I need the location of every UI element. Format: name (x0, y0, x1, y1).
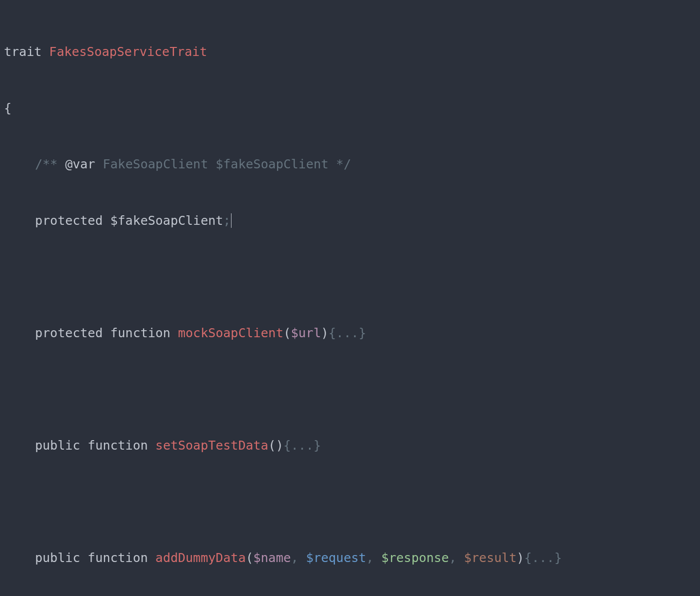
param: $request (306, 551, 366, 565)
modifier-public: public (35, 438, 88, 453)
folded-body[interactable]: {...} (284, 438, 321, 453)
paren-close: ) (321, 326, 328, 340)
paren-open: ( (284, 326, 291, 340)
keyword-function: function (88, 438, 155, 453)
paren-close: ) (276, 438, 284, 453)
text-cursor (231, 213, 232, 228)
code-editor-block[interactable]: trait FakesSoapServiceTrait { /** @var F… (4, 5, 696, 596)
code-line: /** @var FakeSoapClient $fakeSoapClient … (4, 155, 696, 174)
modifier-public: public (35, 551, 88, 565)
method-name: mockSoapClient (178, 326, 284, 340)
paren-open: ( (268, 438, 276, 453)
doc-comment-open: /** (35, 157, 65, 171)
open-brace: { (4, 101, 12, 115)
param: $name (254, 551, 291, 565)
trait-name: FakesSoapServiceTrait (49, 44, 207, 59)
doc-comment-close: */ (336, 157, 351, 171)
comma: , (366, 551, 381, 565)
blank-line (4, 380, 696, 399)
code-line: protected $fakeSoapClient; (4, 211, 696, 230)
keyword-function: function (88, 551, 155, 565)
modifier-protected: protected (35, 213, 110, 228)
param: $response (381, 551, 448, 565)
code-line: trait FakesSoapServiceTrait (4, 42, 696, 61)
comma: , (449, 551, 464, 565)
folded-body[interactable]: {...} (524, 551, 562, 565)
doc-tag: @var (65, 157, 102, 171)
doc-var: $fakeSoapClient (216, 157, 336, 171)
folded-body[interactable]: {...} (328, 326, 366, 340)
method-addDummyData: public function addDummyData($name, $req… (4, 549, 696, 568)
semicolon: ; (223, 213, 230, 228)
method-name: setSoapTestData (156, 438, 268, 453)
code-line: { (4, 99, 696, 118)
paren-close: ) (516, 551, 524, 565)
property-var: $fakeSoapClient (110, 213, 224, 228)
param: $url (291, 326, 321, 340)
doc-type: FakeSoapClient (102, 157, 216, 171)
method-name: addDummyData (156, 551, 246, 565)
blank-line (4, 267, 696, 286)
param: $result (464, 551, 516, 565)
paren-open: ( (246, 551, 253, 565)
keyword-function: function (110, 326, 178, 340)
method-mockSoapClient: protected function mockSoapClient($url){… (4, 324, 696, 343)
blank-line (4, 492, 696, 511)
modifier-protected: protected (35, 326, 110, 340)
keyword-trait: trait (4, 44, 42, 59)
comma: , (291, 551, 306, 565)
method-setSoapTestData: public function setSoapTestData(){...} (4, 436, 696, 455)
